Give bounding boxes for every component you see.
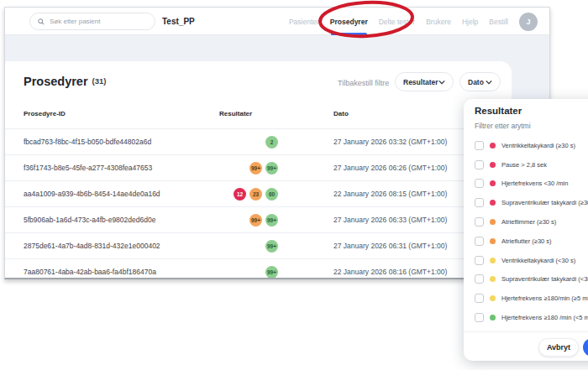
filter-option[interactable]: Pause > 2,8 sek [475, 155, 588, 175]
checkbox[interactable] [475, 217, 484, 227]
table-row[interactable]: 7aa80761-4aba-42ab-baa6-fa4bf186470a 99+… [5, 258, 512, 278]
cancel-button[interactable]: Avbryt [538, 338, 579, 357]
filter-option-label: Hjertefrekvens ≥180 /min (<5 min) [501, 314, 588, 321]
procedure-date: 27 January 2026 06:26 (GMT+1:00) [333, 164, 447, 172]
procedure-date: 27 January 2026 06:31 (GMT+1:00) [333, 242, 447, 250]
results-filter-button[interactable]: Resultater [395, 72, 454, 91]
procedure-count: (31) [92, 76, 107, 86]
checkbox[interactable] [475, 274, 484, 284]
table-row[interactable]: fbcad763-f8bc-4f15-b050-bdfe44802a6d 2 2… [5, 128, 512, 154]
procedure-id: aa4a1009-a939-4b6b-8454-14ae4de0a16d [24, 190, 202, 198]
screenshot-canvas: Test_PP Pasienter Prosedyrer Delte teste… [0, 0, 588, 370]
reset-filters-link[interactable]: Tilbakestill filtre [338, 79, 389, 87]
checkbox[interactable] [475, 179, 484, 188]
result-badges: 12 23 60 [202, 188, 278, 201]
results-filter-label: Resultater [403, 78, 438, 86]
table-row[interactable]: f36f1743-b8e5-45fe-a277-4308fea47653 99+… [5, 154, 512, 180]
table-header: Prosedyre-ID Resultater Dato [5, 110, 512, 127]
filter-option[interactable]: Supraventrikulær takykardi (≥30 s) [475, 193, 588, 212]
search-icon [38, 18, 45, 25]
result-badges: 99+ [202, 240, 278, 253]
chevron-down-icon [438, 79, 445, 86]
avatar[interactable]: J [519, 13, 538, 31]
checkbox[interactable] [475, 237, 484, 246]
filter-popup-title: Resultater [475, 106, 522, 116]
divider [464, 331, 588, 332]
procedure-id: 2875de61-4a7b-4ad8-831d-432e1e000402 [24, 242, 202, 250]
filter-option[interactable]: Hjertefrekvens <30 /min [475, 175, 588, 194]
column-header-id: Prosedyre-ID [24, 110, 66, 117]
chevron-down-icon [486, 79, 492, 86]
procedure-id: 7aa80761-4aba-42ab-baa6-fa4bf186470a [24, 268, 202, 276]
severity-dot-red [490, 180, 496, 186]
severity-dot-red [490, 200, 496, 206]
date-filter-label: Dato [468, 78, 484, 86]
severity-dot-yellow [490, 295, 496, 301]
filter-option[interactable]: Ventrikkeltakykardi (<30 s) [475, 251, 588, 270]
checkbox[interactable] [475, 294, 484, 303]
table-row[interactable]: aa4a1009-a939-4b6b-8454-14ae4de0a16d 12 … [5, 180, 512, 206]
filter-option[interactable]: Hjertefrekvens ≥180/min (≥5 min) [475, 289, 588, 308]
result-badge-orange: 99+ [249, 162, 262, 175]
procedure-id: f36f1743-b8e5-45fe-a277-4308fea47653 [24, 164, 202, 172]
procedure-list: fbcad763-f8bc-4f15-b050-bdfe44802a6d 2 2… [5, 128, 512, 278]
table-row[interactable]: 5fb906ab-1a6d-473c-a4fb-e9802ded6d0e 99+… [5, 206, 512, 232]
checkbox[interactable] [475, 141, 484, 150]
filter-option-label: Supraventrikulær takykardi (≥30 s) [501, 199, 588, 206]
apply-button[interactable] [583, 338, 588, 357]
severity-dot-green [490, 315, 496, 320]
column-header-date: Dato [333, 110, 349, 117]
result-badge-green: 99+ [265, 266, 278, 279]
nav-item-bestill[interactable]: Bestill [489, 8, 508, 35]
filter-option-label: Pause > 2,8 sek [501, 161, 547, 169]
procedure-id: fbcad763-f8bc-4f15-b050-bdfe44802a6d [24, 138, 202, 146]
result-badge-green: 99+ [265, 162, 278, 175]
procedure-date: 22 January 2026 08:16 (GMT+1:00) [333, 268, 447, 276]
nav-item-hjelp[interactable]: Hjelp [462, 8, 478, 35]
filter-option-label: Hjertefrekvens <30 /min [501, 180, 568, 187]
filter-option-label: Ventrikkeltakykardi (<30 s) [501, 257, 575, 264]
filter-option[interactable]: Ventrikkeltakykardi (≥30 s) [475, 136, 588, 155]
result-badges: 99+ [202, 266, 278, 279]
filter-option[interactable]: Atrieflutter (≥30 s) [475, 232, 588, 251]
filter-option[interactable]: Atrieflimmer (≥30 s) [475, 212, 588, 232]
severity-dot-red [490, 143, 496, 149]
result-badge-green: 99+ [265, 240, 278, 253]
top-bar: Test_PP Pasienter Prosedyrer Delte teste… [5, 8, 549, 35]
filter-options: Ventrikkeltakykardi (≥30 s) Pause > 2,8 … [475, 136, 588, 327]
result-badges: 99+ 99+ [202, 162, 278, 175]
nav-item-pasienter[interactable]: Pasienter [289, 8, 319, 35]
checkbox[interactable] [475, 198, 484, 207]
results-filter-popup: Resultater Filtrer etter arytmi Ventrikk… [464, 99, 588, 361]
filter-option-label: Atrieflimmer (≥30 s) [501, 218, 556, 226]
result-badge-orange: 23 [249, 188, 262, 201]
filter-option-label: Atrieflutter (≥30 s) [501, 237, 552, 245]
severity-dot-red [490, 162, 496, 168]
procedure-date: 22 January 2026 08:15 (GMT+1:00) [333, 190, 447, 198]
patient-search[interactable] [29, 13, 155, 30]
procedure-date: 27 January 2026 06:33 (GMT+1:00) [333, 216, 447, 224]
table-row[interactable]: 2875de61-4a7b-4ad8-831d-432e1e000402 99+… [5, 232, 512, 258]
date-filter-button[interactable]: Dato [459, 72, 501, 91]
checkbox[interactable] [475, 160, 484, 169]
nav-item-prosedyrer[interactable]: Prosedyrer [330, 8, 368, 35]
checkbox[interactable] [475, 313, 484, 322]
severity-dot-yellow [490, 276, 496, 282]
result-badges: 2 [202, 136, 278, 149]
filter-option-label: Hjertefrekvens ≥180/min (≥5 min) [501, 294, 588, 302]
search-input[interactable] [50, 18, 147, 25]
result-badge-green: 60 [265, 188, 278, 201]
page-title: Prosedyrer(31) [24, 75, 106, 88]
severity-dot-orange [490, 219, 496, 225]
procedures-card: Prosedyrer(31) Tilbakestill filtre Resul… [5, 61, 512, 278]
filter-option[interactable]: Supraventrikulær takykardi (<30 s) [475, 270, 588, 289]
nav-item-delte-tester[interactable]: Delte tester [379, 8, 415, 35]
nav-item-brukere[interactable]: Brukere [426, 8, 451, 35]
checkbox[interactable] [475, 256, 484, 265]
filter-option[interactable]: Hjertefrekvens ≥180 /min (<5 min) [475, 308, 588, 327]
severity-dot-yellow [490, 258, 496, 263]
result-badge-orange: 99+ [249, 214, 262, 227]
page-title-text: Prosedyrer [24, 75, 88, 88]
filter-option-label: Supraventrikulær takykardi (<30 s) [501, 275, 588, 283]
main-nav: Pasienter Prosedyrer Delte tester Bruker… [289, 8, 538, 35]
